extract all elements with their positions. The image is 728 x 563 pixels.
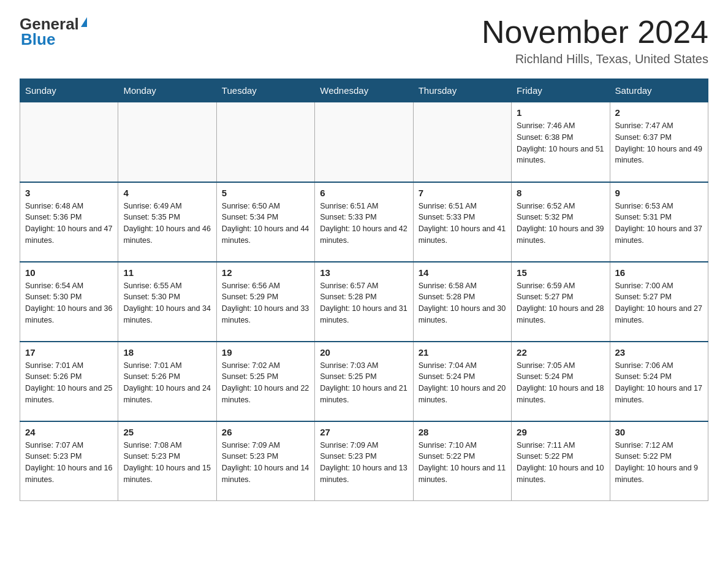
header: General Blue November 2024 Richland Hill…	[20, 15, 708, 66]
calendar-cell: 6Sunrise: 6:51 AMSunset: 5:33 PMDaylight…	[315, 182, 413, 262]
day-number: 26	[222, 427, 309, 437]
header-monday: Monday	[118, 79, 216, 102]
calendar: Sunday Monday Tuesday Wednesday Thursday…	[20, 79, 708, 501]
day-number: 27	[320, 427, 408, 437]
calendar-cell: 25Sunrise: 7:08 AMSunset: 5:23 PMDayligh…	[118, 421, 216, 501]
day-info: Sunrise: 7:01 AMSunset: 5:26 PMDaylight:…	[123, 360, 211, 406]
calendar-cell: 1Sunrise: 7:46 AMSunset: 6:38 PMDaylight…	[512, 102, 610, 182]
day-number: 20	[320, 347, 408, 358]
day-number: 29	[517, 427, 604, 437]
day-info: Sunrise: 7:01 AMSunset: 5:26 PMDaylight:…	[25, 360, 113, 406]
day-number: 24	[25, 427, 113, 437]
calendar-cell: 10Sunrise: 6:54 AMSunset: 5:30 PMDayligh…	[20, 262, 118, 342]
day-info: Sunrise: 6:59 AMSunset: 5:27 PMDaylight:…	[517, 280, 604, 326]
header-sunday: Sunday	[20, 79, 118, 102]
day-info: Sunrise: 7:09 AMSunset: 5:23 PMDaylight:…	[320, 440, 408, 486]
day-number: 19	[222, 347, 309, 358]
day-number: 23	[615, 347, 703, 358]
calendar-cell: 28Sunrise: 7:10 AMSunset: 5:22 PMDayligh…	[413, 421, 511, 501]
day-info: Sunrise: 6:54 AMSunset: 5:30 PMDaylight:…	[25, 280, 113, 326]
day-info: Sunrise: 6:56 AMSunset: 5:29 PMDaylight:…	[222, 280, 309, 326]
calendar-cell: 23Sunrise: 7:06 AMSunset: 5:24 PMDayligh…	[610, 342, 708, 421]
calendar-cell: 3Sunrise: 6:48 AMSunset: 5:36 PMDaylight…	[20, 182, 118, 262]
calendar-cell: 12Sunrise: 6:56 AMSunset: 5:29 PMDayligh…	[216, 262, 314, 342]
day-number: 14	[419, 267, 506, 278]
calendar-cell: 21Sunrise: 7:04 AMSunset: 5:24 PMDayligh…	[413, 342, 511, 421]
day-info: Sunrise: 6:51 AMSunset: 5:33 PMDaylight:…	[419, 201, 506, 247]
day-number: 21	[419, 347, 506, 358]
header-friday: Friday	[512, 79, 610, 102]
day-info: Sunrise: 6:52 AMSunset: 5:32 PMDaylight:…	[517, 201, 604, 247]
weekday-header-row: Sunday Monday Tuesday Wednesday Thursday…	[20, 79, 708, 102]
day-number: 25	[123, 427, 211, 437]
day-number: 15	[517, 267, 604, 278]
calendar-cell: 8Sunrise: 6:52 AMSunset: 5:32 PMDaylight…	[512, 182, 610, 262]
calendar-cell	[118, 102, 216, 182]
header-saturday: Saturday	[610, 79, 708, 102]
calendar-cell	[413, 102, 511, 182]
header-wednesday: Wednesday	[315, 79, 413, 102]
calendar-week-row: 24Sunrise: 7:07 AMSunset: 5:23 PMDayligh…	[20, 421, 708, 501]
day-number: 13	[320, 267, 408, 278]
calendar-cell: 7Sunrise: 6:51 AMSunset: 5:33 PMDaylight…	[413, 182, 511, 262]
calendar-cell: 30Sunrise: 7:12 AMSunset: 5:22 PMDayligh…	[610, 421, 708, 501]
day-info: Sunrise: 7:00 AMSunset: 5:27 PMDaylight:…	[615, 280, 703, 326]
calendar-cell	[315, 102, 413, 182]
day-info: Sunrise: 6:58 AMSunset: 5:28 PMDaylight:…	[419, 280, 506, 326]
title-area: November 2024 Richland Hills, Texas, Uni…	[482, 15, 708, 66]
calendar-cell: 9Sunrise: 6:53 AMSunset: 5:31 PMDaylight…	[610, 182, 708, 262]
day-info: Sunrise: 6:55 AMSunset: 5:30 PMDaylight:…	[123, 280, 211, 326]
day-info: Sunrise: 6:51 AMSunset: 5:33 PMDaylight:…	[320, 201, 408, 247]
day-info: Sunrise: 7:11 AMSunset: 5:22 PMDaylight:…	[517, 440, 604, 486]
calendar-week-row: 17Sunrise: 7:01 AMSunset: 5:26 PMDayligh…	[20, 342, 708, 421]
calendar-cell: 2Sunrise: 7:47 AMSunset: 6:37 PMDaylight…	[610, 102, 708, 182]
calendar-cell	[20, 102, 118, 182]
day-number: 18	[123, 347, 211, 358]
day-info: Sunrise: 7:06 AMSunset: 5:24 PMDaylight:…	[615, 360, 703, 406]
calendar-cell: 11Sunrise: 6:55 AMSunset: 5:30 PMDayligh…	[118, 262, 216, 342]
day-number: 11	[123, 267, 211, 278]
day-number: 5	[222, 188, 309, 198]
day-info: Sunrise: 7:10 AMSunset: 5:22 PMDaylight:…	[419, 440, 506, 486]
day-info: Sunrise: 7:02 AMSunset: 5:25 PMDaylight:…	[222, 360, 309, 406]
calendar-cell: 18Sunrise: 7:01 AMSunset: 5:26 PMDayligh…	[118, 342, 216, 421]
day-number: 30	[615, 427, 703, 437]
day-info: Sunrise: 7:04 AMSunset: 5:24 PMDaylight:…	[419, 360, 506, 406]
calendar-cell: 4Sunrise: 6:49 AMSunset: 5:35 PMDaylight…	[118, 182, 216, 262]
month-title: November 2024	[482, 15, 708, 50]
calendar-cell: 27Sunrise: 7:09 AMSunset: 5:23 PMDayligh…	[315, 421, 413, 501]
day-number: 17	[25, 347, 113, 358]
day-info: Sunrise: 6:53 AMSunset: 5:31 PMDaylight:…	[615, 201, 703, 247]
day-number: 28	[419, 427, 506, 437]
location-title: Richland Hills, Texas, United States	[482, 52, 708, 66]
day-info: Sunrise: 6:50 AMSunset: 5:34 PMDaylight:…	[222, 201, 309, 247]
calendar-cell: 26Sunrise: 7:09 AMSunset: 5:23 PMDayligh…	[216, 421, 314, 501]
calendar-cell: 14Sunrise: 6:58 AMSunset: 5:28 PMDayligh…	[413, 262, 511, 342]
calendar-cell: 22Sunrise: 7:05 AMSunset: 5:24 PMDayligh…	[512, 342, 610, 421]
day-info: Sunrise: 7:05 AMSunset: 5:24 PMDaylight:…	[517, 360, 604, 406]
calendar-cell	[216, 102, 314, 182]
header-tuesday: Tuesday	[216, 79, 314, 102]
day-info: Sunrise: 7:03 AMSunset: 5:25 PMDaylight:…	[320, 360, 408, 406]
day-number: 12	[222, 267, 309, 278]
day-info: Sunrise: 7:12 AMSunset: 5:22 PMDaylight:…	[615, 440, 703, 486]
day-number: 3	[25, 188, 113, 198]
logo-triangle-icon	[81, 17, 87, 27]
day-number: 7	[419, 188, 506, 198]
day-info: Sunrise: 6:57 AMSunset: 5:28 PMDaylight:…	[320, 280, 408, 326]
calendar-cell: 19Sunrise: 7:02 AMSunset: 5:25 PMDayligh…	[216, 342, 314, 421]
calendar-cell: 29Sunrise: 7:11 AMSunset: 5:22 PMDayligh…	[512, 421, 610, 501]
day-number: 22	[517, 347, 604, 358]
logo: General Blue	[20, 15, 87, 49]
calendar-cell: 13Sunrise: 6:57 AMSunset: 5:28 PMDayligh…	[315, 262, 413, 342]
day-number: 9	[615, 188, 703, 198]
day-number: 10	[25, 267, 113, 278]
calendar-week-row: 10Sunrise: 6:54 AMSunset: 5:30 PMDayligh…	[20, 262, 708, 342]
calendar-week-row: 1Sunrise: 7:46 AMSunset: 6:38 PMDaylight…	[20, 102, 708, 182]
day-info: Sunrise: 7:07 AMSunset: 5:23 PMDaylight:…	[25, 440, 113, 486]
day-info: Sunrise: 6:49 AMSunset: 5:35 PMDaylight:…	[123, 201, 211, 247]
day-number: 2	[615, 107, 703, 118]
day-info: Sunrise: 7:46 AMSunset: 6:38 PMDaylight:…	[517, 120, 604, 166]
calendar-cell: 16Sunrise: 7:00 AMSunset: 5:27 PMDayligh…	[610, 262, 708, 342]
calendar-cell: 15Sunrise: 6:59 AMSunset: 5:27 PMDayligh…	[512, 262, 610, 342]
